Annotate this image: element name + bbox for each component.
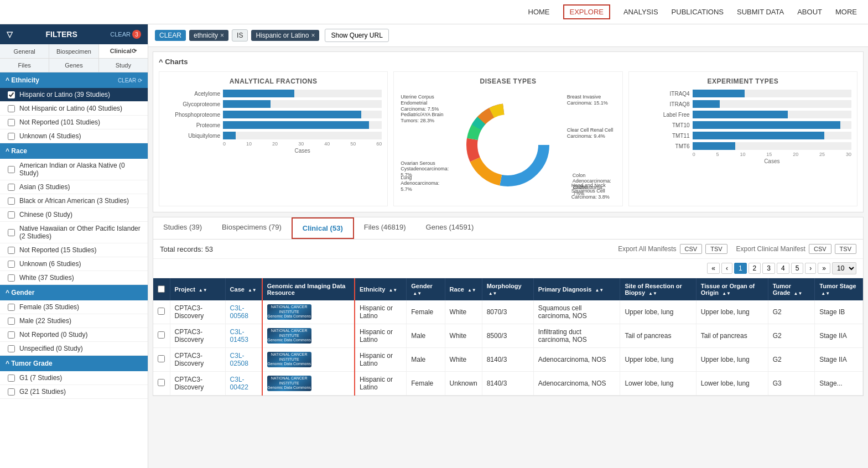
checkbox-unspecified[interactable] (8, 345, 15, 352)
filter-american-indian[interactable]: American Indian or Alaska Native (0 Stud… (0, 159, 148, 180)
nav-publications[interactable]: PUBLICATIONS (672, 8, 724, 16)
charts-toggle[interactable]: ^ Charts (159, 58, 857, 66)
filter-male[interactable]: Male (22 Studies) (0, 314, 148, 328)
col-case-header[interactable]: Case ▲▼ (225, 278, 262, 300)
col-tissue-organ-header[interactable]: Tissue or Organ of Origin ▲▼ (696, 278, 768, 300)
checkbox-not-reported-r[interactable] (8, 247, 15, 254)
section-gender-header[interactable]: ^ Gender (0, 285, 148, 300)
export-clinical-tsv-btn[interactable]: TSV (835, 244, 856, 254)
page-3-btn[interactable]: 3 (762, 263, 775, 274)
filter-unknown-ethnicity[interactable]: Unknown (4 Studies) (0, 129, 148, 143)
checkbox-native-hawaiian[interactable] (8, 229, 15, 236)
tab-biospecimens[interactable]: Biospecimens (79) (212, 217, 292, 239)
filter-not-reported-gender[interactable]: Not Reported (0 Study) (0, 328, 148, 342)
checkbox-female[interactable] (8, 304, 15, 311)
tab-files[interactable]: Files (46819) (354, 217, 416, 239)
case-link[interactable]: C3L-00422 (230, 376, 248, 391)
section-tumor-grade-header[interactable]: ^ Tumor Grade (0, 356, 148, 371)
filter-female[interactable]: Female (35 Studies) (0, 300, 148, 314)
page-last-btn[interactable]: » (818, 263, 830, 274)
checkbox-not-hispanic[interactable] (8, 105, 15, 112)
filter-unknown-race[interactable]: Unknown (6 Studies) (0, 257, 148, 271)
filter-unspecified[interactable]: Unspecified (0 Study) (0, 342, 148, 356)
ethnicity-close-icon[interactable]: × (220, 32, 224, 39)
filter-not-hispanic[interactable]: Not Hispanic or Latino (40 Studies) (0, 102, 148, 116)
tab-genes[interactable]: Genes (14591) (416, 217, 484, 239)
col-primary-diagnosis-header[interactable]: Primary Diagnosis ▲▼ (533, 278, 620, 300)
checkbox-unknown-e[interactable] (8, 133, 15, 140)
row-checkbox[interactable] (153, 348, 170, 372)
section-ethnicity-header[interactable]: ^ Ethnicity CLEAR ⟳ (0, 72, 148, 88)
checkbox-not-reported-e[interactable] (8, 119, 15, 126)
col-site-resection-header[interactable]: Site of Resection or Biopsy ▲▼ (620, 278, 696, 300)
tab-clinical[interactable]: Clinical⟳ (99, 44, 148, 58)
filter-native-hawaiian[interactable]: Native Hawaiian or Other Pacific Islande… (0, 222, 148, 243)
col-project-header[interactable]: Project ▲▼ (170, 278, 225, 300)
filter-g2[interactable]: G2 (21 Studies) (0, 385, 148, 399)
checkbox-unknown-r[interactable] (8, 261, 15, 268)
col-tumor-grade-header[interactable]: Tumor Grade ▲▼ (768, 278, 815, 300)
sidebar-clear-button[interactable]: CLEAR 3 (110, 30, 141, 39)
page-4-btn[interactable]: 4 (777, 263, 789, 274)
export-tsv-btn[interactable]: TSV (705, 244, 727, 254)
row-checkbox[interactable] (153, 300, 170, 324)
checkbox-chinese[interactable] (8, 211, 15, 219)
tab-study[interactable]: Study (99, 59, 148, 72)
col-gender-header[interactable]: Gender ▲▼ (407, 278, 445, 300)
filter-hispanic-or-latino[interactable]: Hispanic or Latino (39 Studies) (0, 88, 148, 102)
tab-general[interactable]: General (0, 44, 49, 58)
filter-not-reported-race[interactable]: Not Reported (15 Studies) (0, 243, 148, 257)
filter-black[interactable]: Black or African American (3 Studies) (0, 194, 148, 208)
checkbox-g2[interactable] (8, 388, 15, 396)
filter-asian[interactable]: Asian (3 Studies) (0, 180, 148, 194)
select-all-checkbox[interactable] (158, 285, 165, 293)
hispanic-close-icon[interactable]: × (311, 32, 315, 39)
checkbox-white[interactable] (8, 274, 15, 282)
tab-biospecimen[interactable]: Biospecimen (49, 44, 98, 58)
page-5-btn[interactable]: 5 (791, 263, 804, 274)
filter-chinese[interactable]: Chinese (0 Study) (0, 208, 148, 222)
col-tumor-stage-header[interactable]: Tumor Stage ▲▼ (815, 278, 863, 300)
page-size-select[interactable]: 10 20 50 (832, 262, 856, 274)
row-select-checkbox[interactable] (158, 308, 165, 315)
page-2-btn[interactable]: 2 (749, 263, 761, 274)
nav-submit-data[interactable]: SUBMIT DATA (737, 8, 784, 16)
row-checkbox[interactable] (153, 372, 170, 396)
hispanic-filter-tag[interactable]: Hispanic or Latino × (251, 30, 319, 41)
col-ethnicity-header[interactable]: Ethnicity ▲▼ (355, 278, 407, 300)
row-select-checkbox[interactable] (158, 331, 165, 339)
checkbox-asian[interactable] (8, 184, 15, 191)
case-link[interactable]: C3L-01453 (230, 328, 248, 344)
page-prev-btn[interactable]: ‹ (721, 263, 732, 274)
filter-g1[interactable]: G1 (7 Studies) (0, 371, 148, 385)
case-link[interactable]: C3L-00568 (230, 304, 248, 320)
nav-more[interactable]: MORE (835, 8, 857, 16)
checkbox-american-indian[interactable] (8, 166, 15, 173)
checkbox-male[interactable] (8, 318, 15, 325)
filter-not-reported-ethnicity[interactable]: Not Reported (101 Studies) (0, 116, 148, 129)
page-1-btn[interactable]: 1 (734, 263, 747, 274)
tab-clinical[interactable]: Clinical (53) (292, 217, 354, 239)
ethnicity-filter-tag[interactable]: ethnicity × (189, 30, 228, 41)
checkbox-hispanic[interactable] (8, 91, 15, 98)
export-csv-btn[interactable]: CSV (680, 244, 703, 254)
row-select-checkbox[interactable] (158, 355, 165, 362)
section-race-header[interactable]: ^ Race (0, 143, 148, 159)
row-checkbox[interactable] (153, 324, 170, 348)
nav-analysis[interactable]: ANALYSIS (623, 8, 658, 16)
col-morphology-header[interactable]: Morphology ▲▼ (482, 278, 533, 300)
tab-studies[interactable]: Studies (39) (153, 217, 212, 239)
case-link[interactable]: C3L-02508 (230, 352, 248, 367)
row-select-checkbox[interactable] (158, 379, 165, 386)
tab-genes[interactable]: Genes (49, 59, 98, 72)
nav-home[interactable]: HOME (528, 8, 550, 16)
filter-white[interactable]: White (37 Studies) (0, 271, 148, 285)
page-next-btn[interactable]: › (805, 263, 816, 274)
nav-about[interactable]: ABOUT (797, 8, 822, 16)
checkbox-black[interactable] (8, 197, 15, 205)
page-first-btn[interactable]: « (707, 263, 720, 274)
nav-explore[interactable]: EXPLORE (563, 4, 610, 19)
col-race-header[interactable]: Race ▲▼ (445, 278, 482, 300)
checkbox-g1[interactable] (8, 375, 15, 382)
tab-files[interactable]: Files (0, 59, 49, 72)
